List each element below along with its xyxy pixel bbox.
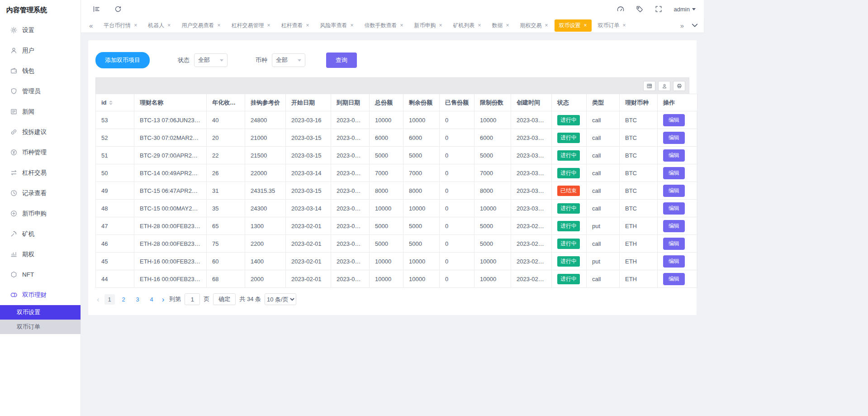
tab-close-icon[interactable]: × (167, 23, 171, 28)
page-number[interactable]: 2 (119, 294, 129, 305)
tab-close-icon[interactable]: × (545, 23, 548, 28)
tab-close-icon[interactable]: × (506, 23, 509, 28)
sidebar-item-nft[interactable]: NFT (0, 264, 81, 285)
page-size-select[interactable]: 10 条/页 (265, 293, 296, 305)
sidebar-subitem-dual-settings[interactable]: 双币设置 (0, 305, 81, 320)
sidebar-subitem-dual-orders[interactable]: 双币订单 (0, 320, 81, 334)
confirm-button[interactable]: 确定 (213, 293, 236, 305)
goto-page-input[interactable] (185, 293, 200, 305)
tab-双币订单[interactable]: 双币订单× (593, 19, 631, 32)
edit-button[interactable]: 编辑 (663, 114, 685, 126)
cell-id: 50 (96, 164, 134, 182)
cell-name: BTC-15 00:00MAY23-2430... (134, 200, 207, 217)
tab-close-icon[interactable]: × (439, 23, 442, 28)
tab-机器人[interactable]: 机器人× (143, 19, 175, 32)
cell-id: 53 (96, 111, 134, 129)
page-number[interactable]: 3 (133, 294, 143, 305)
sidebar-item-wallet[interactable]: 钱包 (0, 61, 81, 81)
tab-杠杆交易管理[interactable]: 杠杆交易管理× (227, 19, 275, 32)
goto-label: 到第 (169, 295, 181, 303)
tab-杠杆查看[interactable]: 杠杆查看× (276, 19, 313, 32)
tab-menu-chevron-down-icon[interactable] (691, 22, 698, 29)
cell-type: call (587, 270, 620, 288)
tab-期权交易[interactable]: 期权交易× (516, 19, 553, 32)
status-badge: 进行中 (557, 133, 580, 143)
tab-close-icon[interactable]: × (584, 23, 587, 28)
export-user-icon[interactable] (658, 81, 670, 91)
sidebar-item-dual-finance[interactable]: 双币理财 (0, 285, 81, 305)
tab-新币申购[interactable]: 新币申购× (409, 19, 446, 32)
fullscreen-icon[interactable] (655, 5, 662, 13)
page-number[interactable]: 4 (147, 294, 157, 305)
chart-bars-icon (10, 251, 17, 258)
tab-平台币行情[interactable]: 平台币行情× (99, 19, 142, 32)
tab-双币设置[interactable]: 双币设置× (555, 19, 592, 32)
table-row: 47ETH-28 00:00FEB23-1300-P6513002023-02-… (96, 217, 697, 235)
sidebar-item-feedback[interactable]: 投拆建议 (0, 122, 81, 142)
scroll-right-icon[interactable]: » (679, 22, 685, 29)
sidebar-item-records[interactable]: 记录查看 (0, 183, 81, 203)
cell-id: 44 (96, 270, 134, 288)
sidebar-item-users[interactable]: 用户 (0, 40, 81, 61)
page-number[interactable]: 1 (104, 294, 115, 305)
status-select[interactable]: 全部 (194, 53, 228, 67)
tab-close-icon[interactable]: × (134, 23, 137, 28)
tab-label: 双币订单 (598, 22, 620, 29)
edit-button[interactable]: 编辑 (663, 185, 685, 197)
tag-icon[interactable] (636, 5, 643, 13)
edit-button[interactable]: 编辑 (663, 273, 685, 285)
plus-circle-icon (10, 210, 17, 217)
column-header: 创建时间 (511, 94, 552, 111)
tab-close-icon[interactable]: × (306, 23, 309, 28)
edit-button[interactable]: 编辑 (663, 132, 685, 144)
tab-close-icon[interactable]: × (400, 23, 403, 28)
scroll-left-icon[interactable]: « (88, 22, 94, 29)
cell-sold: 0 (440, 111, 474, 129)
add-dual-project-button[interactable]: 添加双币项目 (95, 52, 150, 68)
printer-icon[interactable] (673, 81, 685, 91)
cell-limit: 10000 (474, 253, 511, 270)
sidebar-item-coins[interactable]: 币种管理 (0, 142, 81, 163)
tabbar: « 平台币行情×机器人×用户交易查看×杠杆交易管理×杠杆查看×风险率查看×倍数手… (81, 18, 704, 33)
edit-button[interactable]: 编辑 (663, 220, 685, 232)
cell-rate: 22 (207, 147, 245, 164)
edit-button[interactable]: 编辑 (663, 149, 685, 162)
edit-button[interactable]: 编辑 (663, 167, 685, 179)
sidebar-item-settings[interactable]: 设置 (0, 20, 81, 40)
tab-风险率查看[interactable]: 风险率查看× (315, 19, 358, 32)
cell-coin: ETH (620, 253, 658, 270)
cell-type: call (587, 164, 620, 182)
tab-用户交易查看[interactable]: 用户交易查看× (177, 19, 225, 32)
sidebar-item-news[interactable]: 新闻 (0, 101, 81, 122)
sort-icon[interactable] (109, 100, 113, 105)
edit-button[interactable]: 编辑 (663, 202, 685, 215)
sidebar-item-leverage[interactable]: 杠杆交易 (0, 163, 81, 183)
user-menu[interactable]: admin (674, 6, 696, 13)
sidebar-item-admins[interactable]: 管理员 (0, 81, 81, 101)
table-columns-icon[interactable] (643, 81, 655, 91)
tab-倍数手数查看[interactable]: 倍数手数查看× (360, 19, 408, 32)
tab-close-icon[interactable]: × (350, 23, 353, 28)
tab-close-icon[interactable]: × (478, 23, 481, 28)
prev-page-icon[interactable]: ‹ (95, 296, 101, 303)
tab-数据[interactable]: 数据× (487, 19, 513, 32)
collapse-menu-icon[interactable] (93, 5, 100, 13)
cell-created: 2023-02-02 (511, 235, 552, 253)
cell-start: 2023-03-15 (286, 147, 331, 164)
cell-end: 2023-04-15 (331, 182, 370, 200)
tab-close-icon[interactable]: × (623, 23, 626, 28)
sidebar-item-new-coin[interactable]: 新币申购 (0, 203, 81, 224)
tab-close-icon[interactable]: × (267, 23, 270, 28)
tab-close-icon[interactable]: × (217, 23, 220, 28)
coin-select[interactable]: 全部 (272, 53, 305, 67)
tab-矿机列表[interactable]: 矿机列表× (448, 19, 485, 32)
sidebar-item-miner[interactable]: 矿机 (0, 224, 81, 244)
sidebar-item-options[interactable]: 期权 (0, 244, 81, 264)
search-button[interactable]: 查询 (326, 53, 357, 68)
dashboard-icon[interactable] (617, 5, 624, 13)
edit-button[interactable]: 编辑 (663, 255, 685, 268)
next-page-icon[interactable]: › (161, 296, 166, 303)
edit-button[interactable]: 编辑 (663, 238, 685, 250)
cell-id: 52 (96, 129, 134, 147)
refresh-icon[interactable] (114, 5, 122, 13)
